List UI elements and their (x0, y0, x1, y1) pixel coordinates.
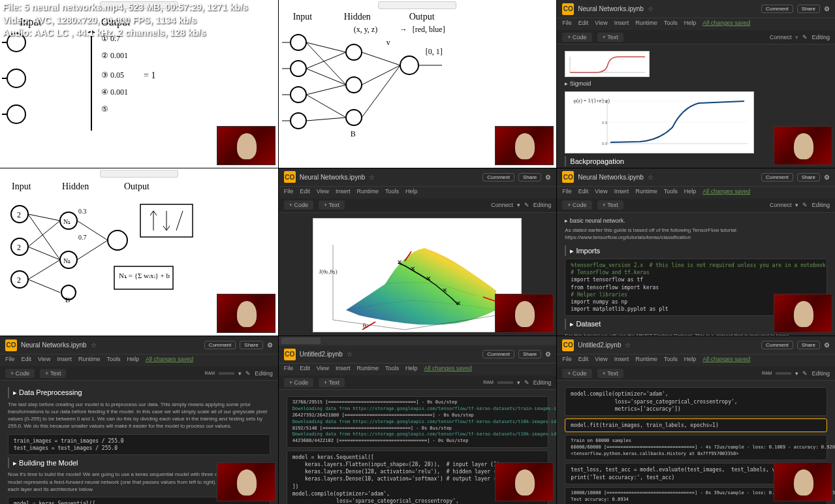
svg-text:2: 2 (17, 276, 21, 285)
webcam-overlay (495, 462, 554, 501)
notebook-title[interactable]: Untitled2.ipynb (578, 341, 621, 349)
colab-logo-icon: CO (284, 349, 296, 360)
colab-titlebar: CO Untitled2.ipynb ☆ Comment Share ⚙ (557, 336, 835, 354)
add-text-button[interactable]: + Text (597, 33, 623, 42)
audio-info-line: Audio: AAC LC , 44.1 kHz, 2 channels, 12… (3, 27, 248, 40)
svg-text:N₂: N₂ (63, 257, 71, 264)
svg-text:0.5: 0.5 (602, 121, 608, 125)
gear-icon[interactable]: ⚙ (824, 5, 830, 12)
webcam-overlay (217, 462, 276, 501)
gear-icon[interactable]: ⚙ (267, 341, 273, 349)
notebook-title[interactable]: Untitled2.ipynb (300, 351, 343, 358)
thumbnail-6: CO Neural Networks.ipynb ☆ Comment Share… (557, 168, 835, 336)
svg-point-1 (7, 69, 25, 87)
cost-surface-3d-chart: ✕✕ ✕✕ ✕ (313, 219, 522, 333)
file-info-line: File: 5 neural networks.mp4, 523 MB, 00:… (3, 1, 248, 14)
media-info-overlay: File: 5 neural networks.mp4, 523 MB, 00:… (0, 0, 251, 41)
colab-menubar[interactable]: FileEdit ViewInsert RuntimeTools Help Al… (557, 354, 835, 366)
svg-text:✕: ✕ (426, 275, 431, 282)
sigmoid-small-chart (567, 53, 649, 76)
colab-logo-icon: CO (5, 339, 17, 351)
webcam-overlay (495, 126, 554, 165)
thumbnail-2: Input Hidden Output (x, y, z) → [red, bl… (279, 0, 557, 168)
thumbnail-7: CO Neural Networks.ipynb ☆ Comment Share… (0, 336, 278, 504)
colab-menubar[interactable]: FileEdit ViewInsert RuntimeTools Help Al… (557, 187, 835, 198)
output-cell: 32768/29515 [===========================… (287, 396, 549, 448)
svg-text:✕: ✕ (397, 259, 402, 266)
add-code-button[interactable]: + Code (562, 33, 591, 42)
thumbnail-5: CO Neural Networks.ipynb ☆ Comment Share… (279, 168, 557, 336)
svg-line-19 (306, 95, 346, 118)
code-cell[interactable]: train_images = train_images / 255.0 test… (8, 434, 270, 455)
gear-icon[interactable]: ⚙ (824, 174, 830, 181)
thumbnail-4: Input Hidden Output 2 2 2 N₁ N₂ (0, 168, 278, 336)
svg-line-17 (306, 69, 346, 85)
svg-text:✕: ✕ (442, 287, 447, 294)
browser-tabbar (279, 336, 557, 345)
code-cell-active[interactable]: model.fit(train_images, train_labels, ep… (565, 418, 827, 432)
colab-titlebar: CO Neural Networks.ipynb ☆ Comment Share… (557, 0, 835, 18)
output-cell: Train on 60000 samples 60000/60000 [====… (565, 435, 827, 460)
svg-text:2: 2 (17, 243, 21, 252)
svg-text:2: 2 (17, 210, 21, 219)
colab-menubar[interactable]: FileEdit ViewInsert RuntimeTools Help Al… (279, 364, 557, 375)
svg-line-22 (362, 65, 400, 85)
thumbnail-3: CO Neural Networks.ipynb ☆ Comment Share… (557, 0, 835, 168)
svg-point-12 (346, 110, 362, 125)
svg-line-54 (28, 260, 60, 279)
webcam-overlay (774, 294, 832, 333)
colab-titlebar: CO Untitled2.ipynb ☆ Comment Share ⚙ (279, 345, 557, 364)
svg-point-13 (400, 56, 418, 74)
notebook-title[interactable]: Neural Networks.ipynb (578, 174, 644, 181)
svg-point-7 (291, 61, 306, 76)
svg-line-21 (362, 52, 400, 65)
webcam-overlay (774, 126, 832, 165)
svg-point-9 (291, 113, 306, 129)
notebook-title[interactable]: Neural Networks.ipynb (578, 5, 644, 12)
svg-point-6 (291, 35, 306, 50)
colab-toolbar: + Code + Text RAM ▾✎Editing (0, 366, 278, 381)
colab-menubar[interactable]: File Edit View Insert Runtime Tools Help (279, 187, 557, 198)
svg-text:N₁: N₁ (63, 218, 71, 225)
colab-logo-icon: CO (562, 3, 574, 15)
colab-toolbar: + Code + Text RAM ▾✎Editing (279, 375, 557, 390)
notebook-title[interactable]: Neural Networks.ipynb (300, 174, 366, 181)
colab-logo-icon: CO (562, 339, 574, 351)
svg-point-49 (108, 230, 127, 250)
pencil-icon[interactable]: ✎ (802, 34, 808, 40)
svg-text:✕: ✕ (456, 300, 461, 307)
svg-line-15 (306, 42, 346, 85)
svg-text:✕: ✕ (410, 265, 415, 272)
colab-titlebar: CO Neural Networks.ipynb ☆ Comment Share… (557, 168, 835, 187)
colab-logo-icon: CO (284, 171, 296, 183)
svg-point-2 (7, 105, 25, 123)
thumbnail-9: CO Untitled2.ipynb ☆ Comment Share ⚙ Fil… (557, 336, 835, 504)
share-button[interactable]: Share (797, 5, 820, 13)
webcam-overlay (495, 294, 554, 333)
comment-button[interactable]: Comment (761, 5, 793, 13)
svg-line-16 (306, 52, 346, 69)
colab-titlebar: CO Neural Networks.ipynb ☆ Comment Share… (279, 168, 557, 187)
svg-line-23 (362, 65, 400, 118)
colab-menubar[interactable]: File Edit View Insert Runtime Tools Help… (557, 18, 835, 30)
svg-text:0.0: 0.0 (602, 142, 608, 146)
svg-line-52 (28, 221, 60, 247)
code-cell[interactable]: model.compile(optimizer='adam', loss='sp… (565, 387, 827, 416)
svg-line-14 (306, 42, 346, 52)
colab-logo-icon: CO (562, 171, 574, 183)
svg-line-57 (77, 240, 108, 260)
svg-line-20 (306, 118, 346, 121)
colab-menubar[interactable]: FileEdit ViewInsert RuntimeTools Help Al… (0, 354, 278, 366)
webcam-overlay (217, 294, 276, 333)
svg-line-50 (28, 214, 60, 221)
thumbnail-8: CO Untitled2.ipynb ☆ Comment Share ⚙ Fil… (279, 336, 557, 504)
gear-icon[interactable]: ⚙ (545, 351, 551, 358)
thumbnail-grid: Input Output ① 0.7 ② 0.001 ③ 0.05 = 1 ④ … (0, 0, 835, 504)
svg-point-10 (346, 44, 362, 60)
gear-icon[interactable]: ⚙ (545, 174, 551, 181)
svg-point-8 (291, 87, 306, 102)
video-info-line: Video: AVC, 1280x720, 30.000 FPS, 1134 k… (3, 14, 248, 27)
svg-point-11 (346, 77, 362, 93)
notebook-title[interactable]: Neural Networks.ipynb (21, 341, 87, 349)
gear-icon[interactable]: ⚙ (824, 341, 830, 349)
